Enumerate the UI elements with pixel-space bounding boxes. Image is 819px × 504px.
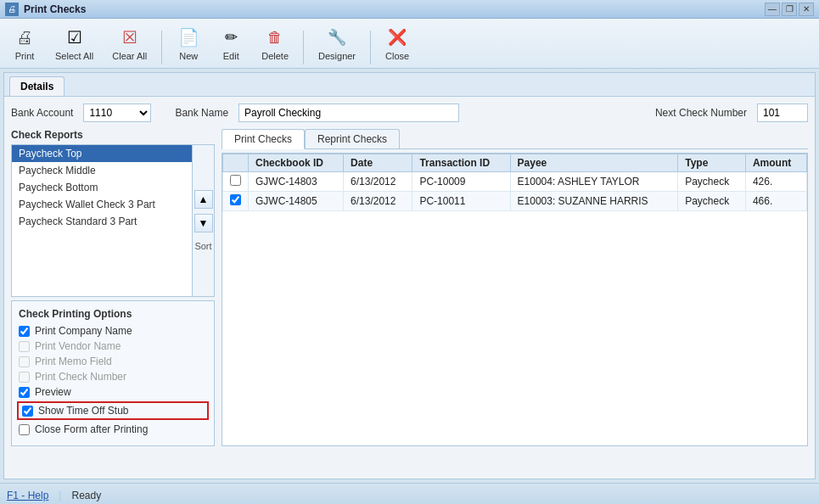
print-button[interactable]: 🖨 Print [7, 22, 42, 64]
designer-label: Designer [318, 51, 356, 61]
preview-label: Preview [35, 386, 71, 398]
cell-date: 6/13/2012 [344, 172, 412, 192]
row-checkbox[interactable] [230, 194, 241, 205]
check-reports-container: Paycheck Top Paycheck Middle Paycheck Bo… [11, 144, 215, 297]
time-off-checkbox[interactable] [22, 406, 33, 417]
row-checkbox-cell [223, 192, 249, 211]
close-form-checkbox[interactable] [19, 424, 30, 435]
cell-type: Paycheck [678, 172, 746, 192]
col-header-transaction-id: Transaction ID [412, 154, 510, 172]
print-memo-label: Print Memo Field [35, 356, 112, 367]
designer-button[interactable]: 🔧 Designer [312, 22, 362, 64]
edit-button[interactable]: ✏ Edit [213, 22, 249, 64]
tab-details[interactable]: Details [9, 76, 65, 96]
col-header-type: Type [678, 154, 746, 172]
status-text: Ready [71, 490, 101, 501]
window-controls: — ❐ ✕ [765, 3, 814, 16]
status-divider: | [59, 490, 61, 501]
print-vendor-checkbox[interactable] [19, 341, 30, 352]
bank-account-select[interactable]: 1110 [83, 104, 151, 122]
toolbar-divider-2 [303, 31, 304, 64]
option-close-form: Close Form after Printing [19, 423, 207, 435]
designer-icon: 🔧 [325, 25, 349, 49]
tab-reprint-checks[interactable]: Reprint Checks [305, 129, 400, 148]
bank-name-label: Bank Name [175, 107, 228, 119]
help-link[interactable]: F1 - Help [7, 490, 48, 501]
table-row[interactable]: GJWC-14803 6/13/2012 PC-10009 E10004: AS… [223, 172, 807, 192]
print-check-number-label: Print Check Number [35, 371, 126, 383]
bank-name-input[interactable] [238, 104, 459, 122]
cell-amount: 466. [745, 192, 806, 211]
list-item[interactable]: Paycheck Wallet Check 3 Part [12, 196, 192, 213]
cell-transaction-id: PC-10011 [412, 192, 510, 211]
print-company-label: Print Company Name [35, 325, 132, 337]
tab-print-checks[interactable]: Print Checks [222, 129, 305, 149]
new-icon: 📄 [177, 25, 200, 49]
sort-label: Sort [194, 241, 211, 251]
col-header-amount: Amount [745, 154, 806, 172]
new-label: New [179, 51, 198, 61]
select-all-label: Select All [55, 51, 93, 61]
cell-type: Paycheck [678, 192, 746, 211]
print-label: Print [15, 51, 35, 61]
list-sort-controls: ▲ ▼ Sort [192, 145, 214, 296]
row-checkbox[interactable] [230, 175, 241, 186]
close-button[interactable]: ❌ Close [379, 22, 415, 64]
delete-label: Delete [261, 51, 289, 61]
minimize-button[interactable]: — [765, 3, 780, 16]
check-reports-list: Paycheck Top Paycheck Middle Paycheck Bo… [12, 145, 192, 296]
close-window-button[interactable]: ✕ [799, 3, 814, 16]
status-bar: F1 - Help | Ready [0, 483, 819, 504]
title-bar: 🖨 Print Checks — ❐ ✕ [0, 0, 819, 19]
preview-checkbox[interactable] [19, 387, 30, 398]
col-header-checkbox [223, 154, 249, 172]
cell-date: 6/13/2012 [344, 192, 412, 211]
list-item[interactable]: Paycheck Middle [12, 162, 192, 179]
table-row[interactable]: GJWC-14805 6/13/2012 PC-10011 E10003: SU… [223, 192, 807, 211]
two-col-layout: Check Reports Paycheck Top Paycheck Midd… [11, 129, 808, 446]
move-down-button[interactable]: ▼ [194, 214, 213, 232]
details-panel: Bank Account 1110 Bank Name Next Check N… [4, 97, 815, 453]
window-title: Print Checks [24, 3, 765, 15]
cell-amount: 426. [745, 172, 806, 192]
print-vendor-label: Print Vendor Name [35, 340, 121, 352]
option-time-off: Show Time Off Stub [17, 401, 209, 420]
toolbar: 🖨 Print ☑ Select All ☒ Clear All 📄 New ✏… [0, 19, 819, 69]
toolbar-divider-1 [161, 31, 162, 64]
option-print-check-number: Print Check Number [19, 371, 207, 383]
option-print-memo: Print Memo Field [19, 356, 207, 367]
clear-all-button[interactable]: ☒ Clear All [106, 22, 153, 64]
main-content: Details Bank Account 1110 Bank Name Next… [3, 72, 816, 479]
time-off-label: Show Time Off Stub [38, 405, 129, 417]
new-button[interactable]: 📄 New [171, 22, 206, 64]
printing-options-section: Check Printing Options Print Company Nam… [11, 300, 215, 446]
select-all-icon: ☑ [63, 25, 87, 49]
clear-all-icon: ☒ [118, 25, 142, 49]
list-item[interactable]: Paycheck Top [12, 145, 192, 162]
list-item[interactable]: Paycheck Standard 3 Part [12, 213, 192, 230]
check-reports-label: Check Reports [11, 129, 215, 141]
clear-all-label: Clear All [112, 51, 147, 61]
delete-icon: 🗑 [263, 25, 287, 49]
edit-icon: ✏ [219, 25, 243, 49]
col-header-date: Date [344, 154, 412, 172]
print-icon: 🖨 [13, 25, 36, 49]
delete-button[interactable]: 🗑 Delete [255, 22, 295, 64]
move-up-button[interactable]: ▲ [194, 190, 213, 209]
col-header-payee: Payee [510, 154, 678, 172]
select-all-button[interactable]: ☑ Select All [49, 22, 99, 64]
cell-payee: E10004: ASHLEY TAYLOR [510, 172, 678, 192]
next-check-number-label: Next Check Number [655, 107, 747, 119]
restore-button[interactable]: ❐ [782, 3, 797, 16]
print-company-checkbox[interactable] [19, 326, 30, 337]
print-memo-checkbox[interactable] [19, 356, 30, 367]
cell-transaction-id: PC-10009 [412, 172, 510, 192]
option-print-vendor: Print Vendor Name [19, 340, 207, 352]
inner-tab-bar: Print Checks Reprint Checks [222, 129, 808, 149]
print-check-number-checkbox[interactable] [19, 372, 30, 383]
next-check-number-input[interactable] [757, 104, 808, 122]
bank-account-label: Bank Account [11, 107, 73, 119]
edit-label: Edit [223, 51, 239, 61]
list-item[interactable]: Paycheck Bottom [12, 179, 192, 196]
cell-checkbook-id: GJWC-14803 [249, 172, 344, 192]
